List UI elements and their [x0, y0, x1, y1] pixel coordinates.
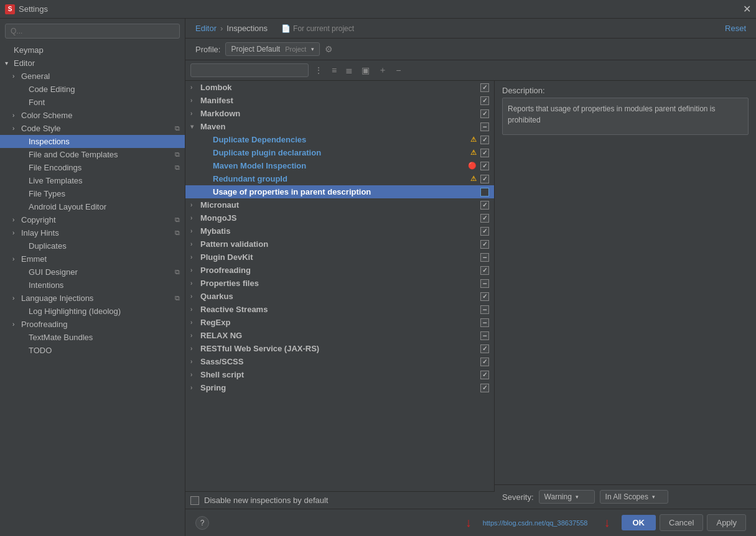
help-button[interactable]: ? — [195, 516, 209, 530]
collapse-all-button[interactable]: ≣ — [342, 63, 356, 77]
inspection-checkbox[interactable] — [480, 109, 489, 118]
sidebar-item-file-code-templates[interactable]: File and Code Templates⧉ — [0, 148, 185, 161]
inspection-checkbox[interactable] — [480, 214, 489, 223]
sidebar-item-color-scheme[interactable]: ›Color Scheme — [0, 109, 185, 122]
sidebar-item-font[interactable]: Font — [0, 96, 185, 109]
inspection-item-pattern-val[interactable]: ›Pattern validation — [185, 238, 494, 251]
ok-button[interactable]: OK — [622, 515, 656, 530]
inspection-checkbox[interactable] — [480, 122, 489, 131]
expand-all-button[interactable]: ≡ — [329, 63, 340, 77]
inspection-item-spring[interactable]: ›Spring — [185, 381, 494, 394]
inspections-search-input[interactable] — [190, 63, 309, 77]
inspection-item-usage-props[interactable]: Usage of properties in parent descriptio… — [185, 185, 494, 198]
sidebar-item-emmet[interactable]: ›Emmet — [0, 252, 185, 266]
inspection-checkbox[interactable] — [480, 175, 489, 183]
sidebar-item-editor[interactable]: ▾Editor — [0, 57, 185, 70]
add-button[interactable]: ＋ — [375, 63, 390, 78]
disable-checkbox[interactable] — [190, 496, 199, 505]
filter-button[interactable]: ⋮ — [311, 63, 326, 77]
inspection-item-properties-files[interactable]: ›Properties files — [185, 277, 494, 290]
sidebar-item-inlay-hints[interactable]: ›Inlay Hints⧉ — [0, 226, 185, 239]
inspection-checkbox[interactable] — [480, 371, 489, 379]
group-button[interactable]: ▣ — [358, 63, 373, 77]
sidebar-item-log-highlighting[interactable]: Log Highlighting (Ideolog) — [0, 305, 185, 318]
sidebar-item-proofreading[interactable]: ›Proofreading — [0, 318, 185, 331]
inspection-item-quarkus[interactable]: ›Quarkus — [185, 290, 494, 303]
inspection-checkbox[interactable] — [480, 266, 489, 275]
apply-button[interactable]: Apply — [707, 514, 746, 531]
sidebar-item-file-encodings[interactable]: File Encodings⧉ — [0, 161, 185, 174]
inspection-checkbox[interactable] — [480, 253, 489, 262]
inspection-checkbox[interactable] — [480, 188, 489, 196]
sidebar-item-gui-designer[interactable]: GUI Designer⧉ — [0, 266, 185, 279]
warning-badge: ⚠ — [470, 136, 477, 144]
inspection-checkbox[interactable] — [480, 318, 489, 327]
inspection-item-sass-scss[interactable]: ›Sass/SCSS — [185, 355, 494, 368]
inspection-item-maven-model[interactable]: Maven Model Inspection🔴 — [185, 159, 494, 172]
inspection-checkbox[interactable] — [480, 384, 489, 392]
inspection-item-reactive-streams[interactable]: ›Reactive Streams — [185, 303, 494, 316]
inspection-checkbox[interactable] — [480, 292, 489, 301]
sidebar-item-label: Proofreading — [21, 320, 180, 329]
inspection-expand-arrow: › — [190, 241, 198, 247]
inspection-checkbox[interactable] — [480, 279, 489, 288]
inspection-checkbox[interactable] — [480, 227, 489, 236]
inspection-checkbox[interactable] — [480, 201, 489, 210]
inspection-checkbox[interactable] — [480, 136, 489, 144]
sidebar-item-inspections[interactable]: Inspections◄ — [0, 135, 185, 148]
inspection-item-dup-deps[interactable]: Duplicate Dependencies⚠ — [185, 133, 494, 146]
inspection-item-lombok[interactable]: ›Lombok — [185, 81, 494, 94]
inspection-item-manifest[interactable]: ›Manifest — [185, 94, 494, 107]
inspection-item-maven[interactable]: ▾Maven — [185, 120, 494, 133]
inspection-item-wrap: ›Manifest — [185, 94, 494, 107]
scope-select[interactable]: In All Scopes ▾ — [600, 490, 668, 504]
inspection-item-mybatis[interactable]: ›Mybatis — [185, 224, 494, 238]
inspection-checkbox[interactable] — [480, 331, 489, 340]
breadcrumb-parent[interactable]: Editor — [195, 24, 217, 33]
copy-icon: ⧉ — [175, 229, 180, 237]
inspection-item-plugin-devkit[interactable]: ›Plugin DevKit — [185, 251, 494, 264]
inspection-item-markdown[interactable]: ›Markdown — [185, 107, 494, 120]
sidebar-item-code-editing[interactable]: Code Editing — [0, 83, 185, 96]
inspection-checkbox[interactable] — [480, 83, 489, 92]
sidebar-item-language-injections[interactable]: ›Language Injections⧉ — [0, 292, 185, 305]
app-icon: S — [5, 4, 15, 14]
inspection-item-relax-ng[interactable]: ›RELAX NG — [185, 329, 494, 342]
sidebar-item-copyright[interactable]: ›Copyright⧉ — [0, 213, 185, 226]
inspection-item-regexp[interactable]: ›RegExp — [185, 316, 494, 329]
profile-select[interactable]: Project Default Project ▾ — [225, 42, 320, 56]
inspection-item-micronaut[interactable]: ›Micronaut — [185, 198, 494, 211]
sidebar-item-todo[interactable]: TODO — [0, 344, 185, 357]
sidebar-item-live-templates[interactable]: Live Templates — [0, 174, 185, 187]
sidebar-item-android-layout-editor[interactable]: Android Layout Editor — [0, 200, 185, 213]
inspection-item-redundant-group[interactable]: Redundant groupId⚠ — [185, 172, 494, 185]
sidebar-item-keymap[interactable]: Keymap — [0, 44, 185, 57]
sidebar-search-input[interactable] — [5, 24, 180, 39]
inspection-checkbox[interactable] — [480, 149, 489, 157]
sidebar-item-textmate-bundles[interactable]: TextMate Bundles — [0, 331, 185, 344]
inspection-item-proofreading[interactable]: ›Proofreading — [185, 264, 494, 277]
inspection-item-shell-script[interactable]: ›Shell script — [185, 368, 494, 381]
inspection-checkbox[interactable] — [480, 305, 489, 314]
sidebar-item-intentions[interactable]: Intentions — [0, 279, 185, 292]
reset-button[interactable]: Reset — [725, 24, 746, 33]
severity-select[interactable]: Warning ▾ — [539, 490, 595, 504]
inspection-item-mongodb[interactable]: ›MongoJS — [185, 211, 494, 224]
inspection-checkbox[interactable] — [480, 240, 489, 249]
inspection-checkbox[interactable] — [480, 344, 489, 353]
close-icon[interactable]: ✕ — [743, 4, 751, 14]
inspection-checkbox[interactable] — [480, 162, 489, 170]
inspection-item-dup-plugin[interactable]: Duplicate plugin declaration⚠ — [185, 146, 494, 159]
sidebar-item-code-style[interactable]: ›Code Style⧉ — [0, 122, 185, 135]
remove-button[interactable]: − — [393, 63, 404, 77]
sidebar-item-duplicates[interactable]: Duplicates — [0, 239, 185, 252]
inspection-checkbox[interactable] — [480, 358, 489, 366]
inspection-item-restful-ws[interactable]: ›RESTful Web Service (JAX-RS) — [185, 342, 494, 355]
inspection-checkbox[interactable] — [480, 96, 489, 105]
cancel-button[interactable]: Cancel — [660, 514, 703, 531]
sidebar-item-label: Copyright — [21, 215, 172, 224]
sidebar-item-general[interactable]: ›General — [0, 70, 185, 83]
inspections-list: ›Lombok›Manifest›Markdown▾MavenDuplicate… — [185, 81, 495, 491]
sidebar-item-file-types[interactable]: File Types — [0, 187, 185, 200]
gear-icon[interactable]: ⚙ — [325, 44, 333, 54]
